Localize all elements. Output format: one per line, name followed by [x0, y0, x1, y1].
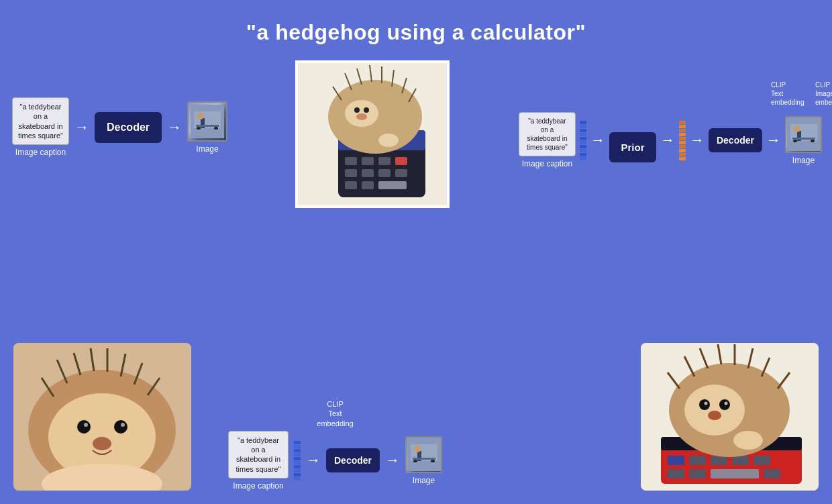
svg-rect-73 — [753, 456, 770, 465]
svg-rect-10 — [345, 157, 357, 165]
svg-rect-12 — [378, 157, 391, 165]
clip-seg-4 — [294, 453, 301, 456]
bottom-right-hedgehog-image — [641, 343, 819, 491]
r-seg-3 — [580, 129, 586, 132]
bottom-decoder-col: Decoder — [326, 448, 380, 472]
bottom-arrow-1: → — [306, 453, 321, 468]
svg-rect-72 — [732, 456, 749, 465]
svg-rect-70 — [689, 456, 706, 465]
right-clip-labels: CLIP Text embedding CLIP Image embedding — [519, 81, 822, 109]
svg-rect-17 — [395, 169, 407, 177]
right-teddybear-image — [786, 117, 821, 152]
svg-point-64 — [811, 140, 815, 142]
right-arrow-3: → — [690, 133, 705, 148]
bottom-center-pipeline: CLIP Text embedding "a teddybear on a sk… — [228, 399, 442, 491]
center-hedgehog-image — [295, 60, 450, 208]
top-pipeline: "a teddybear on a skateboard in times sq… — [12, 97, 227, 157]
svg-point-87 — [684, 385, 745, 436]
top-decoder-box: Decoder — [95, 112, 162, 143]
clip-seg-7 — [294, 465, 301, 468]
svg-point-91 — [725, 402, 728, 405]
bottom-clip-label: CLIP Text embedding — [317, 399, 353, 428]
right-arrow-4: → — [766, 133, 781, 148]
bottom-caption-text: "a teddybear on a skateboard in times sq… — [236, 436, 281, 473]
clip-seg-10 — [294, 477, 301, 481]
right-pipeline: CLIP Text embedding CLIP Image embedding… — [519, 81, 822, 168]
right-image-label: Image — [792, 156, 815, 165]
clip-seg-1 — [294, 441, 301, 444]
r-seg-5 — [580, 137, 586, 140]
o-seg-5 — [679, 137, 686, 140]
svg-point-92 — [708, 411, 721, 420]
svg-rect-19 — [362, 181, 374, 189]
svg-point-58 — [414, 446, 421, 452]
slide-title: "a hedgehog using a calculator" — [0, 0, 832, 45]
right-arrow-2: → — [660, 133, 675, 148]
svg-point-63 — [793, 140, 797, 142]
o-seg-8 — [679, 149, 686, 152]
r-seg-1 — [580, 121, 586, 124]
o-seg-10 — [679, 157, 686, 160]
right-decoder-box: Decoder — [709, 128, 762, 152]
svg-point-33 — [356, 113, 367, 120]
svg-rect-71 — [711, 456, 727, 465]
svg-point-56 — [413, 460, 417, 462]
clip-seg-9 — [294, 473, 301, 476]
right-prior-box: Prior — [609, 132, 656, 162]
svg-point-49 — [121, 423, 125, 427]
svg-rect-62 — [792, 138, 815, 140]
svg-point-5 — [214, 127, 218, 130]
svg-point-89 — [719, 399, 730, 410]
right-arrow-1: → — [590, 133, 605, 148]
svg-rect-18 — [345, 181, 357, 189]
o-seg-2 — [679, 125, 686, 128]
top-decoder-col: Decoder — [95, 112, 162, 143]
right-clip-text-bar — [580, 121, 586, 160]
top-caption-text: "a teddybear on a skateboard in times sq… — [18, 103, 63, 140]
svg-point-48 — [84, 423, 88, 427]
top-caption-box: "a teddybear on a skateboard in times sq… — [12, 97, 69, 145]
top-arrow-1: → — [74, 120, 89, 135]
right-image-col: Image — [785, 116, 822, 165]
top-image-label: Image — [196, 144, 218, 154]
top-caption-col: "a teddybear on a skateboard in times sq… — [12, 97, 69, 157]
right-caption-col: "a teddybear on a skateboard in times sq… — [519, 112, 576, 168]
bottom-caption-box: "a teddybear on a skateboard in times sq… — [228, 431, 289, 478]
right-image-placeholder — [785, 116, 822, 153]
bottom-caption-col: "a teddybear on a skateboard in times sq… — [228, 431, 289, 491]
teddybear-skateboard-image — [189, 103, 226, 140]
r-seg-10 — [580, 157, 586, 160]
svg-point-93 — [733, 431, 763, 450]
bottom-decoder-box: Decoder — [326, 448, 380, 472]
r-seg-7 — [580, 145, 586, 148]
bottom-caption-label: Image caption — [233, 481, 283, 491]
r-seg-8 — [580, 149, 586, 152]
svg-rect-16 — [378, 169, 391, 177]
svg-rect-20 — [378, 181, 407, 189]
right-caption-text: "a teddybear on a skateboard in times sq… — [527, 117, 568, 151]
bottom-image-col: Image — [405, 436, 442, 485]
svg-rect-11 — [362, 157, 374, 165]
r-seg-9 — [580, 153, 586, 156]
svg-rect-77 — [764, 469, 780, 478]
svg-point-4 — [197, 127, 201, 130]
bottom-arrow-2: → — [385, 453, 400, 468]
o-seg-9 — [679, 153, 686, 156]
svg-rect-3 — [196, 125, 219, 127]
svg-rect-55 — [413, 458, 435, 460]
r-seg-4 — [580, 133, 586, 136]
svg-point-46 — [77, 420, 91, 434]
svg-rect-13 — [395, 157, 407, 165]
svg-point-31 — [354, 107, 360, 113]
clip-seg-8 — [294, 469, 301, 472]
top-image-col: Image — [187, 101, 227, 154]
bottom-center-row: "a teddybear on a skateboard in times sq… — [228, 431, 442, 491]
svg-rect-75 — [689, 469, 706, 478]
svg-point-34 — [378, 134, 399, 147]
right-caption-box: "a teddybear on a skateboard in times sq… — [519, 112, 576, 156]
svg-point-50 — [93, 437, 111, 450]
svg-point-32 — [364, 107, 369, 113]
right-caption-label: Image caption — [522, 159, 572, 168]
o-seg-1 — [679, 121, 686, 124]
right-clip-text-embed-label: CLIP Text embedding — [771, 81, 778, 107]
